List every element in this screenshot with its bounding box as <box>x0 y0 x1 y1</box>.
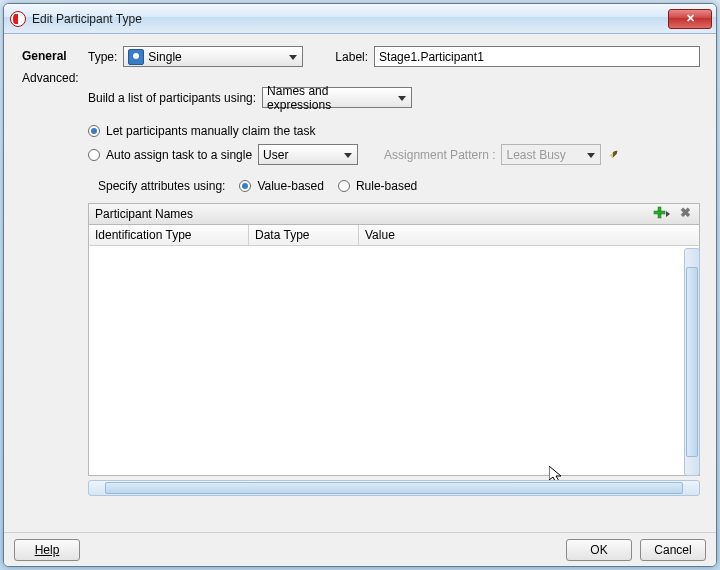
svg-marker-2 <box>666 211 670 217</box>
delete-button[interactable]: ✖ <box>677 206 693 222</box>
tabs-column: General Advanced: <box>10 40 82 532</box>
close-icon: ✕ <box>686 12 695 25</box>
assignment-pattern-label: Assignment Pattern : <box>384 148 495 162</box>
help-button[interactable]: Help <box>14 539 80 561</box>
assignment-pattern-value: Least Busy <box>506 148 565 162</box>
type-select[interactable]: Single <box>123 46 303 67</box>
radio-icon <box>338 180 350 192</box>
scrollbar-thumb[interactable] <box>686 267 698 457</box>
auto-assign-label: Auto assign task to a single <box>106 148 252 162</box>
dialog-body: General Advanced: Type: Single Label: <box>4 34 716 566</box>
vertical-scrollbar[interactable] <box>684 248 700 476</box>
radio-icon <box>239 180 251 192</box>
auto-assign-option[interactable]: Auto assign task to a single User Assign… <box>88 144 700 165</box>
tab-general[interactable]: General <box>16 46 82 66</box>
app-icon <box>10 11 26 27</box>
cancel-label: Cancel <box>654 543 691 557</box>
manual-claim-label: Let participants manually claim the task <box>106 124 315 138</box>
horizontal-scrollbar[interactable] <box>88 480 700 496</box>
build-list-value: Names and expressions <box>267 84 393 112</box>
type-value: Single <box>148 50 181 64</box>
rule-based-label: Rule-based <box>356 179 417 193</box>
table-body <box>88 246 700 476</box>
label-label: Label: <box>335 50 368 64</box>
tab-advanced[interactable]: Advanced: <box>16 68 82 88</box>
type-label: Type: <box>88 50 117 64</box>
value-based-label: Value-based <box>257 179 324 193</box>
form-column: Type: Single Label: Build a list of part… <box>82 40 710 532</box>
radio-icon <box>88 149 100 161</box>
add-button[interactable] <box>653 206 671 222</box>
x-icon: ✖ <box>680 205 691 220</box>
pencil-icon[interactable] <box>607 147 623 163</box>
table-header: Identification Type Data Type Value <box>88 225 700 246</box>
auto-assign-target-value: User <box>263 148 288 162</box>
dialog: Edit Participant Type ✕ General Advanced… <box>3 3 717 567</box>
section-title: Participant Names <box>95 207 647 221</box>
manual-claim-option[interactable]: Let participants manually claim the task <box>88 124 700 138</box>
titlebar: Edit Participant Type ✕ <box>4 4 716 34</box>
cancel-button[interactable]: Cancel <box>640 539 706 561</box>
col-data-type[interactable]: Data Type <box>249 225 359 245</box>
label-input[interactable] <box>374 46 700 67</box>
scrollbar-thumb[interactable] <box>105 482 683 494</box>
assignment-pattern-select: Least Busy <box>501 144 601 165</box>
specify-attrs-label: Specify attributes using: <box>98 179 225 193</box>
ok-button[interactable]: OK <box>566 539 632 561</box>
auto-assign-target-select[interactable]: User <box>258 144 358 165</box>
main-area: General Advanced: Type: Single Label: <box>4 34 716 532</box>
rule-based-option[interactable]: Rule-based <box>338 179 417 193</box>
participant-names-header: Participant Names ✖ <box>88 203 700 225</box>
build-list-select[interactable]: Names and expressions <box>262 87 412 108</box>
plus-icon <box>653 206 671 222</box>
svg-rect-1 <box>654 211 665 214</box>
window-title: Edit Participant Type <box>32 12 662 26</box>
col-value[interactable]: Value <box>359 225 699 245</box>
col-identification-type[interactable]: Identification Type <box>89 225 249 245</box>
button-row: Help OK Cancel <box>4 532 716 566</box>
ok-label: OK <box>590 543 607 557</box>
close-button[interactable]: ✕ <box>668 9 712 29</box>
build-list-label: Build a list of participants using: <box>88 91 256 105</box>
person-icon <box>128 49 144 65</box>
help-label: Help <box>35 543 60 557</box>
radio-icon <box>88 125 100 137</box>
value-based-option[interactable]: Value-based <box>239 179 324 193</box>
